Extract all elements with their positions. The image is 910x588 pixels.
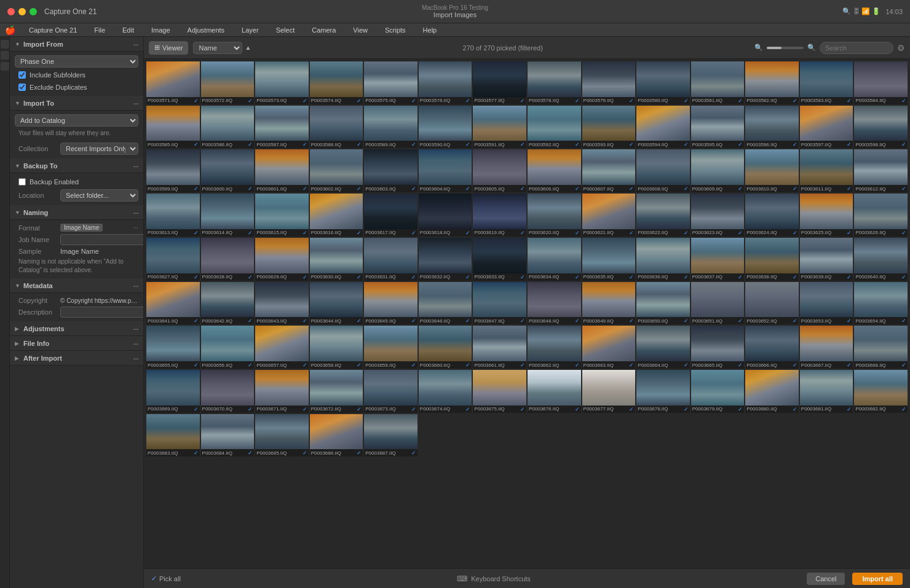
thumbnail-p0003601[interactable]: P0003601.IIQ✓ xyxy=(255,149,309,192)
menu-camera[interactable]: Camera xyxy=(308,25,339,35)
maximize-button[interactable] xyxy=(30,8,37,15)
search-input[interactable] xyxy=(820,42,893,54)
thumbnail-p0003606[interactable]: P0003606.IIQ✓ xyxy=(528,149,581,192)
thumbnail-p0003659[interactable]: P0003659.IIQ✓ xyxy=(364,326,417,369)
thumbnail-p0003595[interactable]: P0003595.IIQ✓ xyxy=(691,106,745,149)
thumbnail-p0003623[interactable]: P0003623.IIQ✓ xyxy=(691,194,745,237)
thumbnail-p0003657[interactable]: P0003657.IIQ✓ xyxy=(255,326,309,369)
left-tab-2[interactable] xyxy=(1,51,9,60)
thumbnail-p0003677[interactable]: P0003677.IIQ✓ xyxy=(582,370,636,413)
import-from-header[interactable]: ▼ Import From ··· xyxy=(10,37,143,52)
thumbnail-p0003658[interactable]: P0003658.IIQ✓ xyxy=(310,326,363,369)
thumbnail-p0003676[interactable]: P0003676.IIQ✓ xyxy=(528,370,581,413)
menu-adjustments[interactable]: Adjustments xyxy=(184,25,229,35)
thumbnail-p0003589[interactable]: P0003589.IIQ✓ xyxy=(364,106,417,149)
thumbnail-p0003686[interactable]: P0003686.IIQ✓ xyxy=(310,414,363,457)
thumbnail-p0003607[interactable]: P0003607.IIQ✓ xyxy=(582,149,636,192)
job-name-input[interactable] xyxy=(60,234,144,245)
thumbnail-p0003617[interactable]: P0003617.IIQ✓ xyxy=(364,194,417,237)
thumbnail-p0003674[interactable]: P0003674.IIQ✓ xyxy=(419,370,472,413)
import-from-dots[interactable]: ··· xyxy=(133,39,138,49)
menu-select[interactable]: Select xyxy=(272,25,299,35)
thumbnail-p0003587[interactable]: P0003587.IIQ✓ xyxy=(255,106,309,149)
thumbnail-p0003665[interactable]: P0003665.IIQ✓ xyxy=(691,326,745,369)
zoom-slider[interactable] xyxy=(767,47,804,49)
file-info-dots[interactable]: ··· xyxy=(133,339,138,348)
thumbnail-p0003639[interactable]: P0003639.IIQ✓ xyxy=(800,238,853,281)
thumbnail-p0003636[interactable]: P0003636.IIQ✓ xyxy=(636,238,690,281)
sort-select[interactable]: Name xyxy=(193,42,242,54)
thumbnail-p0003684[interactable]: P0003684.IIQ✓ xyxy=(201,414,255,457)
thumbnail-p0003661[interactable]: P0003661.IIQ✓ xyxy=(473,326,526,369)
thumbnail-p0003632[interactable]: P0003632.IIQ✓ xyxy=(419,238,472,281)
thumbnail-p0003609[interactable]: P0003609.IIQ✓ xyxy=(691,149,745,192)
thumbnail-p0003633[interactable]: P0003633.IIQ✓ xyxy=(473,238,526,281)
thumbnail-p0003591[interactable]: P0003591.IIQ✓ xyxy=(473,106,526,149)
thumbnail-p0003644[interactable]: P0003644.IIQ✓ xyxy=(310,282,363,325)
thumbnail-p0003604[interactable]: P0003604.IIQ✓ xyxy=(419,149,472,192)
thumbnail-p0003642[interactable]: P0003642.IIQ✓ xyxy=(201,282,255,325)
thumbnail-p0003590[interactable]: P0003590.IIQ✓ xyxy=(419,106,472,149)
thumbnail-p0003656[interactable]: P0003656.IIQ✓ xyxy=(201,326,255,369)
thumbnail-p0003574[interactable]: P0003574.IIQ✓ xyxy=(310,61,363,104)
thumbnail-p0003583[interactable]: P0003583.IIQ✓ xyxy=(800,61,853,104)
thumbnail-p0003664[interactable]: P0003664.IIQ✓ xyxy=(636,326,690,369)
thumbnail-p0003610[interactable]: P0003610.IIQ✓ xyxy=(745,149,799,192)
thumbnail-p0003634[interactable]: P0003634.IIQ✓ xyxy=(528,238,581,281)
thumbnail-p0003593[interactable]: P0003593.IIQ✓ xyxy=(582,106,636,149)
import-to-header[interactable]: ▼ Import To ··· xyxy=(10,96,143,111)
thumbnail-p0003651[interactable]: P0003651.IIQ✓ xyxy=(691,282,745,325)
exclude-duplicates-checkbox[interactable] xyxy=(18,84,26,91)
thumbnail-p0003660[interactable]: P0003660.IIQ✓ xyxy=(419,326,472,369)
thumbnail-p0003572[interactable]: P0003572.IIQ✓ xyxy=(201,61,255,104)
thumbnail-p0003585[interactable]: P0003585.IIQ✓ xyxy=(146,106,200,149)
thumbnail-p0003673[interactable]: P0003673.IIQ✓ xyxy=(364,370,417,413)
thumbnail-p0003580[interactable]: P0003580.IIQ✓ xyxy=(636,61,690,104)
thumbnail-p0003612[interactable]: P0003612.IIQ✓ xyxy=(854,149,908,192)
thumbnail-p0003675[interactable]: P0003675.IIQ✓ xyxy=(473,370,526,413)
thumbnail-p0003597[interactable]: P0003597.IIQ✓ xyxy=(800,106,853,149)
thumbnail-p0003573[interactable]: P0003573.IIQ✓ xyxy=(255,61,309,104)
thumbnail-p0003654[interactable]: P0003654.IIQ✓ xyxy=(854,282,908,325)
menu-layer[interactable]: Layer xyxy=(238,25,263,35)
after-import-dots[interactable]: ··· xyxy=(133,353,138,363)
description-input[interactable] xyxy=(60,307,144,318)
thumbnail-p0003650[interactable]: P0003650.IIQ✓ xyxy=(636,282,690,325)
thumbnail-p0003631[interactable]: P0003631.IIQ✓ xyxy=(364,238,417,281)
after-import-header[interactable]: ▶ After Import ··· xyxy=(10,351,143,366)
thumbnail-p0003629[interactable]: P0003629.IIQ✓ xyxy=(255,238,309,281)
thumbnail-p0003575[interactable]: P0003575.IIQ✓ xyxy=(364,61,417,104)
thumbnail-p0003614[interactable]: P0003614.IIQ✓ xyxy=(201,194,255,237)
thumbnail-p0003672[interactable]: P0003672.IIQ✓ xyxy=(310,370,363,413)
thumbnail-p0003680[interactable]: P0003680.IIQ✓ xyxy=(745,370,799,413)
thumbnail-p0003613[interactable]: P0003613.IIQ✓ xyxy=(146,194,200,237)
viewer-button[interactable]: ⊞ Viewer xyxy=(149,41,188,55)
thumbnail-p0003596[interactable]: P0003596.IIQ✓ xyxy=(745,106,799,149)
thumbnail-p0003687[interactable]: P0003687.IIQ✓ xyxy=(364,414,417,457)
file-info-header[interactable]: ▶ File Info ··· xyxy=(10,336,143,351)
cancel-button[interactable]: Cancel xyxy=(807,573,845,585)
adjustments-dots[interactable]: ··· xyxy=(133,324,138,334)
thumbnail-p0003626[interactable]: P0003626.IIQ✓ xyxy=(854,194,908,237)
include-subfolders-checkbox[interactable] xyxy=(18,71,26,79)
thumbnail-p0003643[interactable]: P0003643.IIQ✓ xyxy=(255,282,309,325)
left-tab-3[interactable] xyxy=(1,62,9,71)
metadata-header[interactable]: ▼ Metadata ··· xyxy=(10,278,143,293)
naming-dots[interactable]: ··· xyxy=(133,208,138,218)
thumbnail-p0003618[interactable]: P0003618.IIQ✓ xyxy=(419,194,472,237)
menu-file[interactable]: File xyxy=(90,25,109,35)
thumbnail-p0003625[interactable]: P0003625.IIQ✓ xyxy=(800,194,853,237)
naming-header[interactable]: ▼ Naming ··· xyxy=(10,205,143,220)
thumbnail-p0003627[interactable]: P0003627.IIQ✓ xyxy=(146,238,200,281)
thumbnail-p0003670[interactable]: P0003670.IIQ✓ xyxy=(201,370,255,413)
thumbnail-p0003646[interactable]: P0003646.IIQ✓ xyxy=(419,282,472,325)
thumbnail-p0003630[interactable]: P0003630.IIQ✓ xyxy=(310,238,363,281)
menu-capture-one[interactable]: Capture One 21 xyxy=(25,25,81,35)
thumbnail-p0003588[interactable]: P0003588.IIQ✓ xyxy=(310,106,363,149)
thumbnail-p0003578[interactable]: P0003578.IIQ✓ xyxy=(528,61,581,104)
import-to-dots[interactable]: ··· xyxy=(133,98,138,108)
thumbnail-p0003582[interactable]: P0003582.IIQ✓ xyxy=(745,61,799,104)
thumbnail-p0003653[interactable]: P0003653.IIQ✓ xyxy=(800,282,853,325)
thumbnail-p0003640[interactable]: P0003640.IIQ✓ xyxy=(854,238,908,281)
thumbnail-p0003671[interactable]: P0003671.IIQ✓ xyxy=(255,370,309,413)
